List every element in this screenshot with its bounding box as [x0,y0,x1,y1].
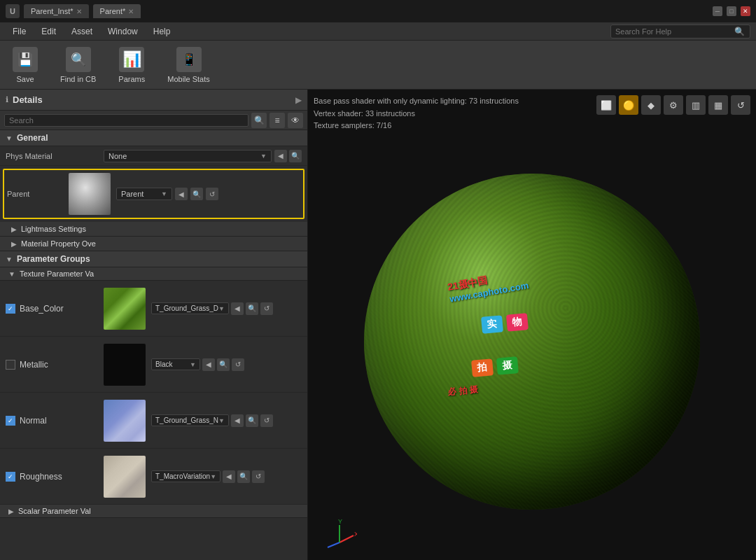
roughness-thumbnail [104,456,146,498]
viewport-reset-btn[interactable]: ↺ [731,95,750,115]
viewport-info-line2: Vertex shader: 33 instructions [314,108,519,120]
parent-row-container: Parent Parent ▼ ◀ 🔍 ↺ [3,169,304,219]
viewport-sphere-btn[interactable]: ⬜ [596,95,616,115]
base-color-reset-btn[interactable]: ↺ [260,302,273,315]
normal-thumbnail [104,400,146,442]
normal-find-btn[interactable]: 🔍 [246,414,258,427]
parent-back-btn[interactable]: ◀ [175,188,188,200]
help-search-bar[interactable]: 🔍 [610,24,750,38]
metallic-reset-btn[interactable]: ↺ [232,358,244,371]
normal-back-btn[interactable]: ◀ [231,414,244,427]
base-color-label-area: ✓ Base_Color [6,304,104,314]
panel-content[interactable]: ▼ General Phys Material None ▼ ◀ 🔍 [0,130,307,560]
svg-line-0 [340,536,354,542]
menu-bar: File Edit Asset Window Help 🔍 [0,22,756,41]
phys-material-find-btn[interactable]: 🔍 [289,150,302,162]
scalar-param-values-header[interactable]: ▶ Scalar Parameter Val [0,505,307,518]
texture-param-values-header[interactable]: ▼ Texture Parameter Va [0,267,307,281]
parent-find-btn[interactable]: 🔍 [190,188,203,200]
menu-items: File Edit Asset Window Help [6,25,177,38]
parent-dropdown[interactable]: Parent ▼ [116,188,172,200]
metallic-back-btn[interactable]: ◀ [202,358,215,371]
sphere-mesh: 21摄中国 www.caphoto.com 实 物 拍 摄 必 拍 摄 [364,174,700,510]
viewport-info: Base pass shader with only dynamic light… [314,95,519,132]
mobile-stats-label: Mobile Stats [167,75,210,83]
section-parameter-groups-title: Parameter Groups [17,254,90,264]
viewport-bg-btn[interactable]: ▦ [708,95,728,115]
parent-reset-btn[interactable]: ↺ [206,188,218,200]
maximize-button[interactable]: □ [727,6,736,16]
panel-list-button[interactable]: ≡ [270,113,285,128]
parent-thumbnail-image [69,173,111,215]
roughness-dropdown[interactable]: T_MacroVariation ▼ [151,470,220,482]
menu-help[interactable]: Help [146,25,178,38]
base-color-checkbox[interactable]: ✓ [6,304,15,314]
close-button[interactable]: ✕ [741,6,750,16]
viewport-material-btn[interactable]: ◆ [641,95,661,115]
normal-dropdown-value: T_Ground_Grass_N [155,416,218,424]
texture-roughness-row: ✓ Roughness T_MacroVariation ▼ ◀ 🔍 ↺ [0,449,307,505]
normal-checkbox[interactable]: ✓ [6,416,15,426]
roughness-checkbox[interactable]: ✓ [6,472,15,482]
base-color-find-btn[interactable]: 🔍 [246,302,258,315]
title-bar-left: U Parent_Inst* ✕ Parent* ✕ [6,4,141,18]
params-label: Params [118,75,145,83]
save-icon: 💾 [13,47,38,72]
tab-parent-inst[interactable]: Parent_Inst* ✕ [24,4,89,18]
phys-material-actions: ◀ 🔍 [274,150,302,162]
metallic-find-btn[interactable]: 🔍 [217,358,230,371]
panel-eye-button[interactable]: 👁 [288,113,303,128]
title-bar: U Parent_Inst* ✕ Parent* ✕ ─ □ ✕ [0,0,756,22]
base-color-thumbnail [104,288,146,330]
base-color-dropdown[interactable]: T_Ground_Grass_D ▼ [151,302,229,314]
help-search-icon[interactable]: 🔍 [734,27,745,36]
menu-window[interactable]: Window [101,25,145,38]
parent-label: Parent [7,190,63,198]
metallic-dropdown[interactable]: Black ▼ [151,358,200,370]
section-parameter-groups[interactable]: ▼ Parameter Groups [0,251,307,267]
section-general[interactable]: ▼ General [0,130,307,146]
phys-material-dropdown-arrow: ▼ [260,153,267,160]
normal-dropdown[interactable]: T_Ground_Grass_N ▼ [151,414,229,426]
material-property-label: Material Property Ove [21,239,96,248]
tab-parent-inst-close[interactable]: ✕ [76,8,82,15]
menu-asset[interactable]: Asset [64,25,99,38]
roughness-back-btn[interactable]: ◀ [223,470,235,483]
normal-label-area: ✓ Normal [6,416,104,426]
base-color-back-btn[interactable]: ◀ [231,302,244,315]
tab-parent[interactable]: Parent* ✕ [93,4,141,18]
roughness-find-btn[interactable]: 🔍 [237,470,250,483]
mobile-stats-icon: 📱 [176,47,202,72]
phys-material-dropdown[interactable]: None ▼ [104,150,272,162]
phys-material-dropdown-value: None [108,152,127,160]
parent-dropdown-value: Parent [121,190,144,198]
panel-search-button[interactable]: 🔍 [251,113,267,128]
scalar-param-arrow: ▶ [8,507,14,515]
params-button[interactable]: 📊 Params [113,44,150,86]
material-property-row[interactable]: ▶ Material Property Ove [0,237,307,251]
details-collapse-arrow[interactable]: ▶ [295,95,302,105]
minimize-button[interactable]: ─ [713,6,722,16]
viewport-lit-btn[interactable]: 🟡 [619,95,638,115]
save-label: Save [16,75,34,83]
menu-edit[interactable]: Edit [34,25,63,38]
panel-search-input[interactable] [4,114,248,127]
viewport-floor-btn[interactable]: ▥ [686,95,706,115]
sphere-texture-overlay [364,174,700,510]
lightmass-settings-row[interactable]: ▶ Lightmass Settings [0,222,307,237]
tab-parent-close[interactable]: ✕ [128,8,134,15]
help-search-input[interactable] [615,27,734,36]
menu-file[interactable]: File [6,25,33,38]
find-in-cb-button[interactable]: 🔍 Find in CB [55,44,102,86]
viewport-settings-btn[interactable]: ⚙ [664,95,683,115]
section-general-title: General [17,133,48,143]
lightmass-label: Lightmass Settings [21,225,86,233]
normal-reset-btn[interactable]: ↺ [260,414,273,427]
details-header: ℹ Details ▶ [0,90,307,111]
roughness-dropdown-arrow: ▼ [210,473,216,480]
metallic-checkbox[interactable] [6,360,15,370]
phys-material-back-btn[interactable]: ◀ [274,150,287,162]
mobile-stats-button[interactable]: 📱 Mobile Stats [162,44,216,86]
save-button[interactable]: 💾 Save [7,44,43,86]
roughness-reset-btn[interactable]: ↺ [252,470,265,483]
